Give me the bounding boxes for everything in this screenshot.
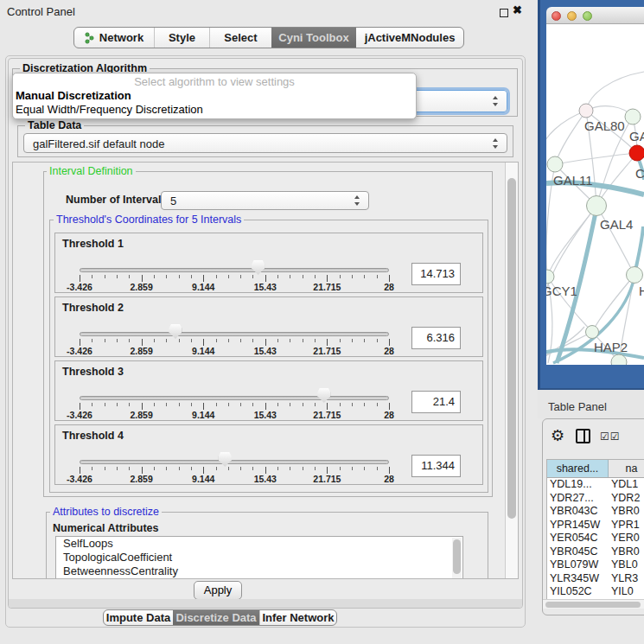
table-panel: ⚙ ☑☑ shared... na YDL19...YDL1 YDR27...Y…: [542, 418, 644, 615]
list-item[interactable]: SelfLoops: [56, 537, 462, 551]
screenshot-root: Control Panel ✖ Network Style Select Cyn…: [0, 0, 644, 644]
node-hap2[interactable]: [586, 326, 599, 339]
table-data-combobox[interactable]: galFiltered.sif default node: [23, 133, 507, 153]
slider-tick-label: -3.426: [67, 282, 92, 292]
table-row[interactable]: YDR27...YDR2: [547, 492, 644, 506]
cell-name[interactable]: YBR0: [609, 545, 644, 559]
column-header-name[interactable]: na: [609, 460, 644, 477]
tab-select[interactable]: Select: [209, 28, 271, 48]
cell-name[interactable]: YDR2: [609, 492, 644, 506]
slider-tick: [92, 339, 92, 342]
table-header-row: shared... na: [547, 460, 644, 478]
threshold-2-slider-ticks: [80, 339, 389, 346]
slider-tick: [129, 275, 130, 278]
threshold-1-slider-tick-labels: -3.4262.8599.14415.4321.71528: [80, 282, 389, 292]
slider-tick: [216, 339, 217, 342]
cell-shared-name[interactable]: YPR145W: [547, 519, 609, 532]
tab-network[interactable]: Network: [74, 28, 154, 48]
column-header-shared-name[interactable]: shared...: [547, 460, 609, 477]
node-label-gal11: GAL11: [553, 173, 593, 188]
table-row[interactable]: YBR045CYBR0: [547, 545, 644, 559]
cell-shared-name[interactable]: YBL079W: [547, 558, 609, 572]
tab-discretize-data[interactable]: Discretize Data: [173, 610, 259, 625]
cell-name[interactable]: YPR1: [609, 519, 644, 532]
cell-name[interactable]: YBL0: [609, 558, 644, 572]
threshold-3-value-field[interactable]: 21.4: [411, 391, 461, 413]
threshold-2-slider-track[interactable]: [80, 332, 389, 336]
table-row[interactable]: YLR345WYLR3: [547, 572, 644, 586]
table-row[interactable]: YER054CYER0: [547, 532, 644, 545]
settings-scrollbar-thumb[interactable]: [507, 178, 516, 519]
list-scrollbar-thumb[interactable]: [453, 539, 461, 574]
slider-tick: [303, 339, 303, 342]
table-scrollbar-thumb[interactable]: [545, 602, 641, 608]
table-row[interactable]: YBR043CYBR0: [547, 505, 644, 519]
cell-shared-name[interactable]: YBR045C: [547, 545, 609, 559]
cell-name[interactable]: YLR3: [609, 572, 644, 586]
list-item[interactable]: BetweennessCentrality: [56, 564, 462, 578]
gear-icon[interactable]: ⚙: [551, 426, 564, 445]
threshold-1-slider-thumb[interactable]: [252, 260, 265, 275]
threshold-3-slider-track[interactable]: [80, 396, 389, 400]
cell-name[interactable]: YBR0: [609, 505, 644, 519]
tab-infer-network[interactable]: Infer Network: [259, 610, 336, 625]
threshold-3-label: Threshold 3: [62, 366, 124, 378]
threshold-2-slider-thumb[interactable]: [169, 324, 182, 339]
table-row[interactable]: YIL052CYIL0: [547, 585, 644, 599]
cell-shared-name[interactable]: YDR27...: [547, 492, 609, 506]
threshold-1-slider-track[interactable]: [80, 268, 389, 272]
select-columns-icon[interactable]: ☑☑: [600, 430, 621, 443]
threshold-3-slider-thumb[interactable]: [317, 388, 330, 403]
network-canvas[interactable]: GAL80 GA C GAL11 GAL4 GCY1 H HAP2: [546, 24, 644, 365]
tab-impute-data[interactable]: Impute Data: [104, 610, 173, 625]
numerical-attributes-list[interactable]: SelfLoops TopologicalCoefficient Between…: [55, 536, 463, 579]
table-row[interactable]: YDL19...YDL1: [547, 478, 644, 492]
threshold-2-value-field[interactable]: 6.316: [411, 327, 461, 349]
zoom-traffic-light-icon[interactable]: [583, 11, 592, 21]
threshold-4-slider-track[interactable]: [80, 460, 389, 464]
tab-style[interactable]: Style: [154, 28, 209, 48]
minimize-traffic-light-icon[interactable]: [567, 11, 577, 21]
tab-jactivemnodules[interactable]: jActiveMNodules: [356, 28, 463, 48]
node-red-selected[interactable]: [629, 145, 644, 161]
node-gal80[interactable]: [579, 104, 593, 118]
close-icon[interactable]: ✖: [513, 3, 522, 16]
settings-scrollbar[interactable]: [505, 163, 518, 578]
table-horizontal-scrollbar[interactable]: [543, 599, 644, 609]
algorithm-popup-hint: Select algorithm to view settings: [13, 75, 416, 89]
cell-shared-name[interactable]: YDL19...: [547, 478, 609, 492]
split-view-icon[interactable]: [576, 429, 590, 443]
algorithm-option-manual[interactable]: Manual Discretization: [13, 89, 416, 103]
node-gal11[interactable]: [547, 156, 563, 172]
table-row[interactable]: YBL079WYBL0: [547, 558, 644, 572]
cell-shared-name[interactable]: YIL052C: [547, 585, 609, 599]
close-traffic-light-icon[interactable]: [552, 11, 561, 21]
list-scrollbar[interactable]: [452, 538, 462, 579]
algorithm-option-equal-width[interactable]: Equal Width/Frequency Discretization: [13, 103, 416, 117]
slider-tick-label: 9.144: [192, 474, 214, 484]
float-window-icon[interactable]: [500, 9, 508, 17]
cell-name[interactable]: YIL0: [609, 585, 644, 599]
tab-cyni-toolbox[interactable]: Cyni Toolbox: [271, 28, 356, 48]
network-window-titlebar[interactable]: [546, 7, 644, 24]
threshold-4-value-field[interactable]: 11.344: [411, 455, 461, 477]
node-gal4[interactable]: [587, 196, 607, 216]
cell-shared-name[interactable]: YLR345W: [547, 572, 609, 586]
node-gcy1[interactable]: [546, 270, 554, 284]
node-top-right[interactable]: [625, 109, 641, 124]
apply-button[interactable]: Apply: [194, 581, 242, 600]
list-item[interactable]: TopologicalCoefficient: [56, 551, 462, 564]
cell-shared-name[interactable]: YER054C: [547, 532, 609, 545]
cell-name[interactable]: YER0: [609, 532, 644, 545]
slider-tick: [191, 339, 192, 342]
threshold-1-value-field[interactable]: 14.713: [411, 263, 461, 285]
cell-shared-name[interactable]: YBR043C: [547, 505, 609, 519]
number-of-intervals-combobox[interactable]: 5: [161, 191, 369, 210]
threshold-3-slider-tick-labels: -3.4262.8599.14415.4321.71528: [80, 410, 389, 420]
slider-tick: [327, 339, 328, 346]
threshold-4-slider-thumb[interactable]: [219, 452, 232, 467]
node-right[interactable]: [627, 267, 643, 284]
table-row[interactable]: YPR145WYPR1: [547, 519, 644, 532]
cell-name[interactable]: YDL1: [609, 478, 644, 492]
slider-tick: [377, 275, 378, 278]
